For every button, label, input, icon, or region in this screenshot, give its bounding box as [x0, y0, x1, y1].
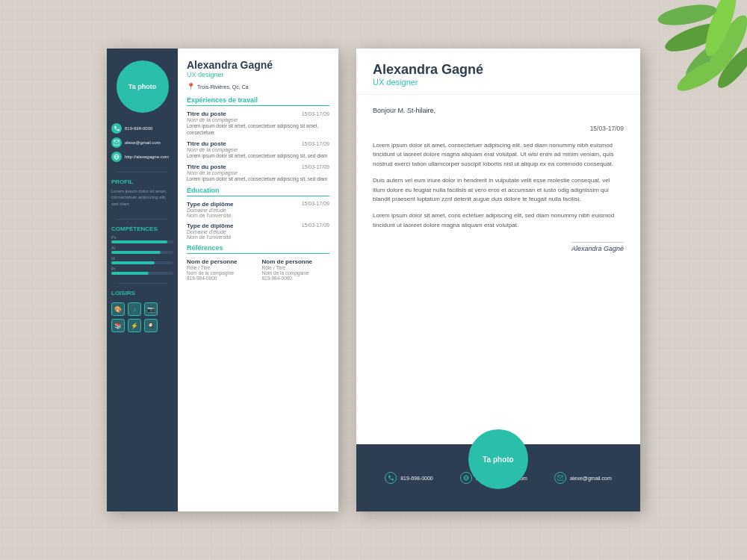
job-1: Titre du poste 15/03-17/09 Nom de la com…: [187, 111, 329, 136]
skills-section-title: Compétences: [107, 225, 158, 232]
web-icon: [111, 152, 122, 162]
cv-name: Alexandra Gagné: [187, 59, 329, 71]
cover-phone-icon: [385, 472, 397, 484]
skill-ai: Ai: [107, 246, 178, 254]
cover-footer-phone-text: 819-698-0000: [400, 476, 433, 481]
cover-footer-email-text: alexe@gmail.com: [570, 476, 612, 481]
profile-section-title: Profil: [107, 178, 133, 185]
cover-photo-placeholder: Ta photo: [468, 429, 528, 489]
leisure-icon-photo: 📷: [144, 302, 158, 316]
skill-pr: Pr: [107, 267, 178, 275]
cover-email-icon: [554, 472, 566, 484]
cv-resume-card: Ta photo 819-698-0000 alexe@gmail.com ht…: [107, 49, 338, 511]
leisure-section-title: Loisirs: [107, 290, 135, 296]
leisure-icon-book: 📚: [111, 319, 125, 332]
cv-photo-placeholder: Ta photo: [117, 60, 169, 113]
ref-2: Nom de personne Rôle / Titre Nom de la c…: [262, 258, 330, 281]
cover-web-icon: [460, 472, 472, 484]
cv-header: Alexandra Gagné UX designer 📍 Trois-Rivi…: [187, 59, 329, 90]
email-icon: [111, 137, 122, 148]
cv-location: 📍 Trois-Rivières, Qc, Ca: [187, 83, 329, 90]
edu-2: Type de diplôme 15/03-17/09 Domaine d'ét…: [187, 223, 329, 240]
cover-header: Alexandra Gagné UX designer: [356, 49, 640, 95]
leisure-icon-cook: 🍳: [144, 319, 158, 332]
sidebar-divider-3: [117, 283, 167, 284]
cover-para-2: Duis autem vel eum iriure dolor in hendr…: [373, 176, 624, 204]
cover-job-title: UX designer: [373, 78, 624, 87]
cover-para-1: Lorem ipsum dolor sit amet, consectetuer…: [373, 141, 624, 169]
leisure-icon-gym: ⚡: [128, 319, 141, 332]
cv-email-text: alexe@gmail.com: [125, 140, 161, 145]
cover-para-3: Lorem ipsum dolor sit amet, cons ectetue…: [373, 211, 624, 230]
sidebar-divider-1: [117, 172, 167, 172]
cv-phone-item: 819-698-0000: [107, 123, 178, 134]
experience-title: Expériences de travail: [187, 96, 329, 106]
cover-date: 15/03-17/09: [373, 125, 624, 132]
leisure-icon-music: ♪: [128, 302, 141, 316]
job-3: Titre du poste 15/03-17/09 Nom de la com…: [187, 164, 329, 182]
references-title: Références: [187, 244, 329, 254]
cover-letter-card: Alexandra Gagné UX designer Bonjour M. S…: [356, 49, 640, 511]
cover-salutation: Bonjour M. St-hilaire,: [373, 107, 624, 114]
cover-signature: Alexandra Gagné: [571, 242, 624, 252]
plant-decoration: [613, 0, 747, 149]
cover-name: Alexandra Gagné: [373, 62, 624, 78]
sidebar-divider-2: [117, 219, 167, 220]
phone-icon: [111, 123, 122, 134]
ref-1: Nom de personne Rôle / Titre Nom de la c…: [187, 258, 255, 281]
cv-website-item: http://alexegagne.com: [107, 152, 178, 162]
cv-main-content: Alexandra Gagné UX designer 📍 Trois-Rivi…: [178, 49, 338, 511]
location-pin-icon: 📍: [187, 83, 195, 90]
cv-email-item: alexe@gmail.com: [107, 137, 178, 148]
cv-phone-text: 819-698-0000: [125, 126, 152, 131]
skill-id: Id: [107, 256, 178, 264]
cover-footer: Ta photo 819-698-0000 http://alexegagne.…: [356, 444, 640, 511]
profile-text: Lorem ipsum dolor sit amet, consectetuer…: [107, 188, 178, 207]
cv-job-title: UX designer: [187, 71, 329, 78]
leisure-icon-art: 🎨: [111, 302, 125, 316]
cover-body: Bonjour M. St-hilaire, 15/03-17/09 Lorem…: [356, 95, 640, 444]
references-container: Nom de personne Rôle / Titre Nom de la c…: [187, 258, 329, 281]
edu-1: Type de diplôme 15/03-17/09 Domaine d'ét…: [187, 201, 329, 218]
cover-footer-phone: 819-698-0000: [385, 472, 433, 484]
job-2: Titre du poste 15/03-17/09 Nom de la com…: [187, 140, 329, 159]
leisure-icons-container: 🎨 ♪ 📷 📚 ⚡ 🍳: [107, 302, 178, 332]
cv-sidebar: Ta photo 819-698-0000 alexe@gmail.com ht…: [107, 49, 178, 511]
cover-footer-email: alexe@gmail.com: [554, 472, 612, 484]
education-title: Éducation: [187, 187, 329, 196]
cv-website-text: http://alexegagne.com: [125, 155, 169, 159]
skill-ps: Ps: [107, 235, 178, 243]
